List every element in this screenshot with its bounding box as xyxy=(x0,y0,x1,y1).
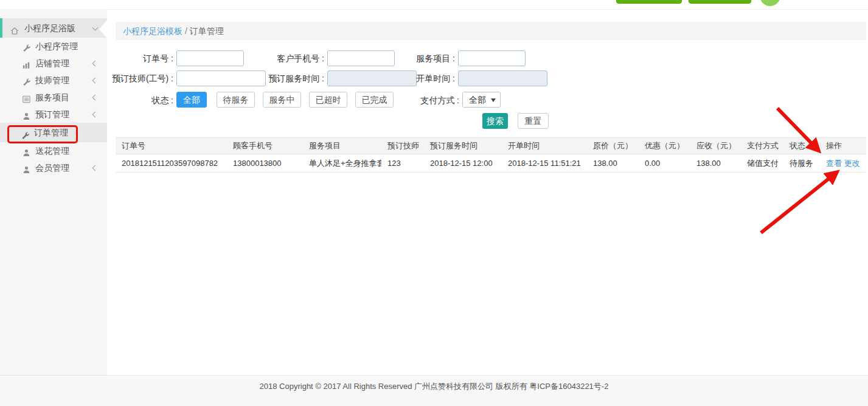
avatar[interactable] xyxy=(760,0,780,6)
col-service-time: 预订服务时间 xyxy=(424,138,502,154)
chevron-left-icon xyxy=(92,61,99,67)
chevron-left-icon xyxy=(92,95,99,101)
open-time-label: 开单时间 : xyxy=(370,70,455,87)
order-no-label: 订单号 : xyxy=(107,50,173,67)
table-row: 2018121511203597098782 13800013800 单人沐足+… xyxy=(116,154,866,173)
user-icon xyxy=(22,146,32,156)
service-item-label: 服务项目 : xyxy=(370,50,455,67)
filter-row-2: 预订技师(工号) : 预订服务时间 : 开单时间 : xyxy=(107,70,868,87)
top-action-button-2[interactable] xyxy=(689,0,751,4)
status-button-all[interactable]: 全部 xyxy=(176,92,207,108)
breadcrumb-parent-link[interactable]: 小程序足浴模板 xyxy=(123,26,182,36)
sidebar-item-flower-management[interactable]: 送花管理 xyxy=(0,142,107,159)
sidebar-item-service-items[interactable]: 服务项目 xyxy=(0,89,107,106)
cell-actions: 查看 更改 xyxy=(820,154,866,173)
col-open-time: 开单时间 xyxy=(502,138,587,154)
view-link[interactable]: 查看 xyxy=(826,159,842,168)
breadcrumb-separator: / xyxy=(185,26,190,36)
cell-service-time: 2018-12-15 12:00 xyxy=(424,154,502,173)
footer: 2018 Copyright © 2017 All Rights Reserve… xyxy=(0,375,868,406)
col-actions: 操作 xyxy=(820,138,866,154)
bar-chart-icon xyxy=(22,58,32,68)
sidebar-item-label: 送花管理 xyxy=(35,146,69,156)
cell-customer-phone: 13800013800 xyxy=(227,154,303,173)
cell-original-price: 138.00 xyxy=(587,154,639,173)
cell-pay-method: 储值支付 xyxy=(741,154,783,173)
user-icon xyxy=(22,163,32,173)
service-time-label: 预订服务时间 : xyxy=(239,70,324,87)
select-arrow-icon xyxy=(491,98,496,102)
status-button-overtime[interactable]: 已超时 xyxy=(309,92,347,108)
filter-actions-row: 搜索 重置 xyxy=(107,113,868,130)
cell-status: 待服务 xyxy=(783,154,820,173)
breadcrumb: 小程序足浴模板 / 订单管理 xyxy=(116,22,866,40)
top-bar xyxy=(0,0,868,10)
sidebar-item-member-management[interactable]: 会员管理 xyxy=(0,159,107,176)
cell-open-time: 2018-12-15 11:51:21 xyxy=(502,154,587,173)
col-pay-method: 支付方式 xyxy=(741,138,783,154)
copyright-text: 2018 Copyright © 2017 All Rights Reserve… xyxy=(260,382,609,391)
home-icon xyxy=(10,23,19,33)
status-button-pending[interactable]: 待服务 xyxy=(217,92,255,108)
col-receivable: 应收（元） xyxy=(690,138,741,154)
sidebar-item-label: 店铺管理 xyxy=(35,58,69,68)
col-service-item: 服务项目 xyxy=(303,138,381,154)
open-time-input[interactable] xyxy=(458,71,547,86)
service-item-input[interactable] xyxy=(458,50,526,66)
search-button[interactable]: 搜索 xyxy=(482,113,508,129)
orders-table: 订单号 顾客手机号 服务项目 预订技师 预订服务时间 开单时间 原价（元） 优惠… xyxy=(116,137,866,173)
filter-row-status: 状态 : 全部 待服务 服务中 已超时 已完成 支付方式 : 全部 xyxy=(107,92,868,109)
sidebar-item-label: 小程序管理 xyxy=(35,41,78,51)
pay-method-label: 支付方式 : xyxy=(398,92,459,109)
col-order-no: 订单号 xyxy=(116,138,227,154)
cell-order-no: 2018121511203597098782 xyxy=(116,154,227,173)
wrench-icon xyxy=(22,41,32,51)
cell-technician: 123 xyxy=(381,154,424,173)
status-label: 状态 : xyxy=(107,92,173,109)
cell-receivable: 138.00 xyxy=(690,154,741,173)
customer-phone-label: 客户手机号 : xyxy=(239,50,324,67)
sidebar: 小程序足浴版 小程序管理 店铺管理 技师管理 服务项目 xyxy=(0,9,107,375)
top-action-button-1[interactable] xyxy=(616,0,682,4)
reset-button[interactable]: 重置 xyxy=(518,113,549,129)
chevron-left-icon xyxy=(92,165,99,171)
list-icon xyxy=(22,92,32,102)
sidebar-item-technician-management[interactable]: 技师管理 xyxy=(0,72,107,89)
sidebar-item-label: 订单管理 xyxy=(34,128,68,137)
col-discount: 优惠（元） xyxy=(639,138,690,154)
sidebar-item-miniprogram-management[interactable]: 小程序管理 xyxy=(0,38,107,55)
technician-label: 预订技师(工号) : xyxy=(95,70,173,87)
active-menu-notch xyxy=(99,20,107,38)
sidebar-item-label: 小程序足浴版 xyxy=(24,23,75,33)
wrench-icon xyxy=(22,75,32,85)
cell-service-item: 单人沐足+全身推拿套餐 xyxy=(303,154,381,173)
wrench-icon xyxy=(21,128,30,137)
table-header-row: 订单号 顾客手机号 服务项目 预订技师 预订服务时间 开单时间 原价（元） 优惠… xyxy=(116,138,866,154)
status-button-completed[interactable]: 已完成 xyxy=(355,92,394,108)
breadcrumb-current: 订单管理 xyxy=(190,26,224,36)
pay-method-select[interactable]: 全部 xyxy=(462,92,501,108)
sidebar-item-label: 会员管理 xyxy=(35,163,69,173)
order-management-page: 小程序足浴版 小程序管理 店铺管理 技师管理 服务项目 xyxy=(0,0,868,406)
col-original-price: 原价（元） xyxy=(587,138,639,154)
sidebar-item-label: 预订管理 xyxy=(35,109,69,119)
edit-link[interactable]: 更改 xyxy=(844,159,860,168)
status-button-in-service[interactable]: 服务中 xyxy=(263,92,301,108)
sidebar-item-booking-management[interactable]: 预订管理 xyxy=(0,106,107,123)
sidebar-item-miniprogram-home[interactable]: 小程序足浴版 xyxy=(0,18,107,38)
cell-discount: 0.00 xyxy=(639,154,690,173)
chevron-down-icon xyxy=(92,25,99,31)
main-content: 小程序足浴模板 / 订单管理 订单号 : 客户手机号 : 服务项目 : 预订技师… xyxy=(107,10,868,375)
col-status: 状态 xyxy=(783,138,820,154)
col-technician: 预订技师 xyxy=(381,138,424,154)
sidebar-item-label: 技师管理 xyxy=(35,75,69,85)
col-customer-phone: 顾客手机号 xyxy=(227,138,303,154)
user-icon xyxy=(22,109,32,119)
order-no-input[interactable] xyxy=(176,50,244,66)
chevron-left-icon xyxy=(92,112,99,118)
filter-row-1: 订单号 : 客户手机号 : 服务项目 : xyxy=(107,50,868,67)
pay-method-value: 全部 xyxy=(469,95,486,105)
sidebar-item-label: 服务项目 xyxy=(35,92,69,102)
sidebar-item-store-management[interactable]: 店铺管理 xyxy=(0,55,107,72)
sidebar-item-order-management[interactable]: 订单管理 xyxy=(0,123,107,142)
